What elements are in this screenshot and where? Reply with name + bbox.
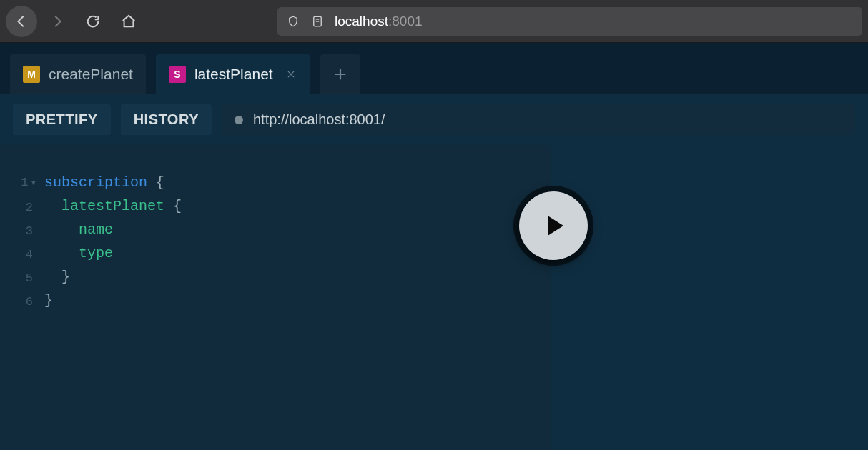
new-tab-button[interactable]: [320, 54, 360, 94]
brace: {: [147, 174, 164, 191]
page-info-icon[interactable]: [310, 14, 325, 29]
line-number: 3: [0, 219, 33, 243]
arrow-right-icon: [49, 14, 65, 29]
graphql-playground: M createPlanet S latestPlanet PRETTIFY H…: [0, 43, 868, 450]
line-number: 2: [0, 196, 33, 219]
line-number: 6: [0, 290, 33, 314]
plus-icon: [332, 66, 348, 82]
address-bar[interactable]: localhost:8001: [277, 7, 862, 36]
brace: {: [164, 198, 182, 214]
line-number: 1▼: [0, 171, 33, 196]
line-number: 5: [0, 266, 33, 290]
play-icon: [539, 211, 568, 240]
shield-icon: [286, 14, 300, 29]
tab-createplanet[interactable]: M createPlanet: [10, 54, 146, 94]
mutation-badge-icon: M: [23, 66, 40, 83]
forward-button[interactable]: [41, 6, 73, 37]
svg-marker-3: [548, 216, 563, 236]
browser-toolbar: localhost:8001: [0, 0, 868, 43]
code-content[interactable]: subscription { latestPlanet { name type …: [44, 171, 551, 312]
tab-label: latestPlanet: [194, 66, 273, 83]
keyword-subscription: subscription: [44, 174, 147, 191]
endpoint-input[interactable]: http://localhost:8001/: [222, 104, 855, 135]
tab-latestplanet[interactable]: S latestPlanet: [156, 54, 310, 94]
brace: }: [61, 269, 70, 285]
query-editor[interactable]: 1▼ 2 3 4 5 6 subscription { latestPlanet…: [0, 145, 551, 450]
result-pane: [551, 145, 868, 450]
url-text: localhost:8001: [335, 14, 423, 29]
close-tab-button[interactable]: [285, 68, 297, 81]
playground-toolbar: PRETTIFY HISTORY http://localhost:8001/: [0, 94, 868, 145]
close-icon: [286, 69, 296, 79]
home-button[interactable]: [113, 6, 144, 37]
field-name: name: [79, 221, 113, 238]
editor-wrap: 1▼ 2 3 4 5 6 subscription { latestPlanet…: [0, 145, 868, 450]
endpoint-status-dot-icon: [235, 116, 243, 124]
fold-marker-icon[interactable]: ▼: [31, 179, 36, 187]
field-type: type: [79, 245, 113, 261]
brace: }: [44, 292, 53, 309]
arrow-left-icon: [14, 14, 29, 29]
tabs-row: M createPlanet S latestPlanet: [0, 54, 868, 94]
back-button[interactable]: [6, 6, 37, 37]
tab-label: createPlanet: [49, 66, 133, 83]
url-port: :8001: [388, 14, 423, 29]
execute-button[interactable]: [519, 191, 588, 260]
subscription-badge-icon: S: [169, 66, 186, 83]
history-button[interactable]: HISTORY: [121, 104, 212, 135]
home-icon: [121, 14, 137, 29]
field-latestplanet: latestPlanet: [61, 198, 164, 214]
line-number: 4: [0, 243, 33, 266]
prettify-button[interactable]: PRETTIFY: [13, 104, 111, 135]
reload-icon: [85, 14, 101, 29]
endpoint-url: http://localhost:8001/: [253, 111, 385, 128]
line-gutter: 1▼ 2 3 4 5 6: [0, 171, 39, 314]
url-host: localhost: [335, 14, 388, 29]
reload-button[interactable]: [77, 6, 109, 37]
